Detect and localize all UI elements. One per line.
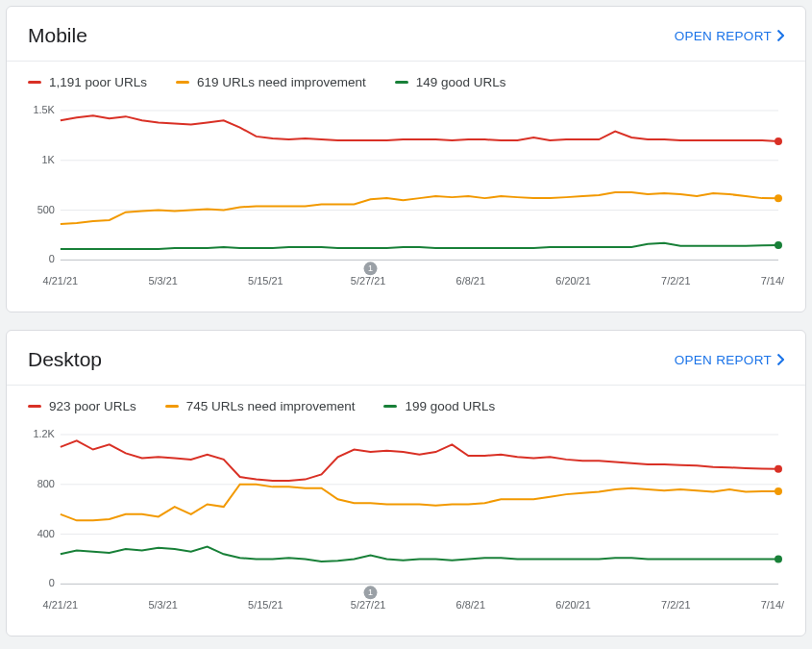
legend-swatch-poor: [28, 81, 41, 84]
svg-text:6/8/21: 6/8/21: [456, 275, 485, 287]
desktop-chart-svg: 04008001.2K4/21/215/3/215/15/215/27/216/…: [28, 427, 784, 618]
svg-point-38: [775, 487, 782, 495]
open-report-label: OPEN REPORT: [675, 353, 772, 367]
svg-text:5/15/21: 5/15/21: [248, 275, 283, 287]
desktop-card-header: Desktop OPEN REPORT: [7, 331, 805, 385]
desktop-title: Desktop: [28, 348, 102, 371]
svg-text:5/15/21: 5/15/21: [248, 600, 283, 612]
mobile-card: Mobile OPEN REPORT 1,191 poor URLs 619 U…: [6, 6, 806, 312]
desktop-legend: 923 poor URLs 745 URLs need improvement …: [7, 386, 805, 423]
svg-point-39: [775, 556, 782, 563]
svg-text:6/20/21: 6/20/21: [555, 600, 591, 612]
legend-item-need: 745 URLs need improvement: [165, 399, 356, 413]
legend-item-need: 619 URLs need improvement: [176, 75, 366, 89]
svg-point-16: [775, 137, 782, 145]
legend-item-good: 149 good URLs: [395, 75, 506, 89]
legend-label-good: 149 good URLs: [416, 75, 506, 89]
svg-text:500: 500: [37, 204, 55, 215]
svg-text:1: 1: [368, 263, 373, 273]
svg-text:800: 800: [37, 478, 55, 489]
svg-text:4/21/21: 4/21/21: [43, 275, 79, 287]
svg-text:7/2/21: 7/2/21: [661, 275, 690, 287]
chevron-right-icon: [777, 30, 784, 41]
mobile-chart-svg: 05001K1.5K4/21/215/3/215/15/215/27/216/8…: [28, 103, 784, 294]
legend-item-poor: 923 poor URLs: [28, 399, 136, 413]
svg-text:5/3/21: 5/3/21: [148, 275, 177, 287]
svg-text:4/21/21: 4/21/21: [43, 600, 79, 612]
svg-point-17: [775, 194, 782, 202]
svg-text:7/2/21: 7/2/21: [661, 600, 690, 612]
svg-text:7/14/21: 7/14/21: [761, 275, 784, 287]
desktop-chart: 04008001.2K4/21/215/3/215/15/215/27/216/…: [7, 423, 805, 636]
legend-item-good: 199 good URLs: [383, 399, 495, 413]
svg-text:7/14/21: 7/14/21: [761, 600, 784, 612]
svg-text:1.5K: 1.5K: [33, 104, 55, 115]
svg-point-37: [775, 465, 782, 473]
legend-swatch-need: [165, 405, 179, 408]
legend-label-need: 745 URLs need improvement: [186, 399, 356, 413]
legend-swatch-good: [395, 81, 408, 84]
legend-label-need: 619 URLs need improvement: [197, 75, 366, 89]
desktop-open-report-link[interactable]: OPEN REPORT: [675, 353, 784, 367]
svg-point-18: [775, 241, 782, 249]
legend-label-poor: 923 poor URLs: [49, 399, 136, 413]
desktop-card: Desktop OPEN REPORT 923 poor URLs 745 UR…: [6, 330, 806, 637]
svg-text:6/20/21: 6/20/21: [555, 275, 591, 287]
mobile-open-report-link[interactable]: OPEN REPORT: [675, 29, 784, 43]
legend-item-poor: 1,191 poor URLs: [28, 75, 147, 89]
legend-label-good: 199 good URLs: [405, 399, 495, 413]
svg-text:5/27/21: 5/27/21: [351, 275, 386, 287]
mobile-card-header: Mobile OPEN REPORT: [7, 7, 805, 61]
mobile-title: Mobile: [28, 24, 87, 47]
open-report-label: OPEN REPORT: [675, 29, 772, 43]
legend-swatch-poor: [28, 405, 41, 408]
svg-text:6/8/21: 6/8/21: [456, 600, 485, 612]
mobile-legend: 1,191 poor URLs 619 URLs need improvemen…: [7, 62, 805, 99]
legend-swatch-good: [383, 405, 397, 408]
svg-text:5/3/21: 5/3/21: [148, 600, 177, 612]
svg-text:1K: 1K: [42, 154, 56, 165]
svg-text:0: 0: [49, 253, 55, 264]
svg-text:1.2K: 1.2K: [33, 428, 55, 439]
mobile-chart: 05001K1.5K4/21/215/3/215/15/215/27/216/8…: [7, 99, 805, 312]
svg-text:1: 1: [368, 588, 373, 598]
svg-text:0: 0: [49, 578, 55, 589]
chevron-right-icon: [777, 354, 784, 365]
legend-label-poor: 1,191 poor URLs: [49, 75, 147, 89]
legend-swatch-need: [176, 81, 189, 84]
svg-text:5/27/21: 5/27/21: [351, 600, 386, 612]
svg-text:400: 400: [37, 528, 55, 539]
